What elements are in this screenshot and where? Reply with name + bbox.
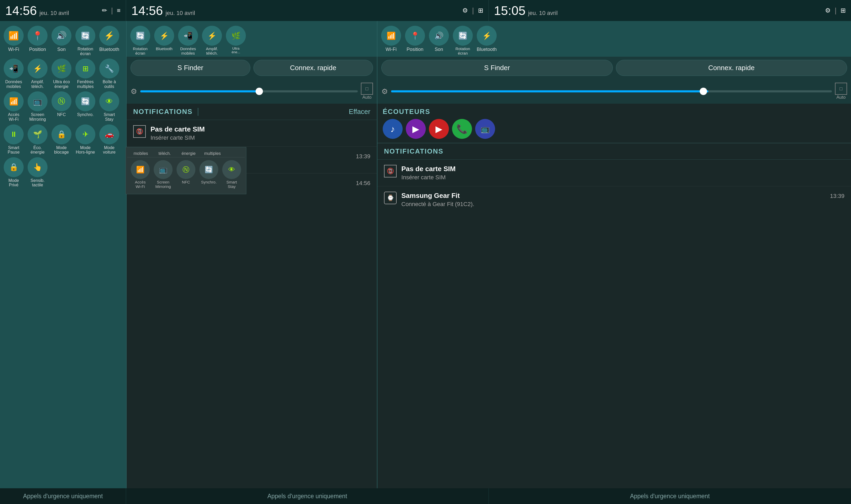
toggle-mirror-1[interactable]: 📺 ScreenMirroring bbox=[26, 91, 49, 122]
panel-3: 📶 Wi-Fi 📍 Position 🔊 Son bbox=[377, 21, 851, 488]
grid-icon-2[interactable]: ⊞ bbox=[478, 7, 483, 14]
toggle-voiture-1[interactable]: 🚗 Modevoiture bbox=[98, 124, 121, 155]
status-bar-panel-3: 15:05 jeu. 10 avril ⚙ | ⊞ bbox=[489, 0, 851, 21]
toggle-amplif-1[interactable]: ⚡ Amplif.téléch. bbox=[26, 58, 49, 89]
overlay-access-wifi[interactable]: 📶 AccèsWi-Fi bbox=[129, 160, 151, 189]
toggle-smart-stay-1[interactable]: 👁 SmartStay bbox=[98, 91, 121, 122]
bt-label-p3: Bluetooth bbox=[477, 47, 497, 52]
notif-divider-p2 bbox=[198, 108, 198, 116]
notif-title-p3: NOTIFICATIONS bbox=[384, 147, 443, 155]
overlay-label-energie: énergie bbox=[177, 151, 200, 156]
brightness-auto-p2[interactable]: □ Auto bbox=[361, 83, 373, 100]
phone-icon-p3: 📞 bbox=[457, 124, 467, 134]
eco-energie-icon-1: 🌱 bbox=[33, 130, 42, 139]
gear-icon-3[interactable]: ⚙ bbox=[825, 7, 831, 14]
smart-pause-label-1: SmartPause bbox=[7, 145, 19, 155]
toggle-position-p3[interactable]: 📍 Position bbox=[404, 26, 427, 55]
toggle-access-wifi-1[interactable]: 📶 AccèsWi-Fi bbox=[2, 91, 25, 122]
toggle-son-p3[interactable]: 🔊 Son bbox=[427, 26, 450, 55]
toggle-wifi-1[interactable]: 📶 Wi-Fi bbox=[2, 26, 25, 56]
toggle-ultrae-p2[interactable]: 🌿 Ultraéne... bbox=[224, 26, 247, 55]
toggle-data-1[interactable]: 📲 Donnéesmobiles bbox=[2, 58, 25, 89]
overlay-smart-stay[interactable]: 👁 SmartStay bbox=[220, 160, 243, 189]
divider-2: | bbox=[472, 6, 474, 15]
toggle-hors-ligne-1[interactable]: ✈ ModeHors-ligne bbox=[74, 124, 97, 155]
app-remote-p3[interactable]: 📺 bbox=[475, 119, 495, 139]
grid-icon-3[interactable]: ⊞ bbox=[840, 7, 846, 14]
toggle-son-1[interactable]: 🔊 Son bbox=[50, 26, 73, 56]
son-label-p3: Son bbox=[435, 47, 443, 52]
overlay-nfc-icon: Ⓝ bbox=[182, 165, 189, 174]
time-3: 15:05 bbox=[494, 3, 526, 18]
toggle-position-1[interactable]: 📍 Position bbox=[26, 26, 49, 56]
son-label-1: Son bbox=[57, 47, 66, 52]
brightness-fill-p3 bbox=[391, 90, 708, 92]
toggle-row-1: 📶 Wi-Fi 📍 Position 🔊 Son bbox=[0, 21, 126, 57]
ecouteurs-section-p3: ÉCOUTEURS ♪ ▶ ▶ 📞 bbox=[377, 104, 851, 143]
overlay-icon-row: 📶 AccèsWi-Fi 📺 ScreenMirroring Ⓝ NFC 🔄 bbox=[127, 158, 245, 191]
auto-box-icon: □ bbox=[366, 86, 369, 92]
emergency-label-1: Appels d'urgence uniquement bbox=[0, 488, 126, 504]
sfinder-btn-p2[interactable]: S Finder bbox=[130, 60, 250, 76]
brightness-icon-p2: ⚙ bbox=[130, 87, 137, 96]
overlay-access-wifi-icon: 📶 bbox=[136, 166, 144, 174]
overlay-sync[interactable]: 🔄 Synchro. bbox=[198, 160, 220, 189]
toggle-rotation-p3[interactable]: 🔄 Rotationécran bbox=[451, 26, 474, 55]
gear-icon-2[interactable]: ⚙ bbox=[462, 7, 468, 14]
emergency-text-2: Appels d'urgence uniquement bbox=[267, 493, 347, 500]
nfc-label-1: NFC bbox=[57, 112, 66, 117]
overlay-label-multiples: multiples bbox=[201, 151, 224, 156]
auto-label-p2: Auto bbox=[362, 95, 372, 100]
app-music-p3[interactable]: ♪ bbox=[383, 119, 403, 139]
brightness-slider-p3[interactable] bbox=[391, 90, 832, 92]
status-bar-panel-1: 14:56 jeu. 10 avril ✏ | ≡ bbox=[0, 0, 126, 21]
toggle-rotation-1[interactable]: 🔄 Rotationécran bbox=[74, 26, 97, 56]
blocage-label-1: Modeblocage bbox=[54, 145, 69, 155]
toggle-data-p2[interactable]: 📲 Donnéesmobiles bbox=[177, 26, 200, 55]
sfinder-btn-p3[interactable]: S Finder bbox=[382, 60, 613, 76]
toggle-sensib-1[interactable]: 👆 Sensib.tactile bbox=[26, 157, 49, 187]
brightness-auto-p3[interactable]: □ Auto bbox=[835, 83, 847, 100]
date-3: jeu. 10 avril bbox=[528, 10, 558, 17]
panel-2: 🔄 Rotationécran ⚡ Bluetooth 📲 Donnéesmob… bbox=[126, 21, 377, 488]
toggle-nfc-1[interactable]: Ⓝ NFC bbox=[50, 91, 73, 122]
amplif-icon-p2: ⚡ bbox=[208, 32, 217, 40]
toggle-eco-1[interactable]: 🌿 Ultra écoénergie bbox=[50, 58, 73, 89]
sim-icon-p3: 📵 bbox=[387, 168, 394, 175]
brightness-row-p3: ⚙ □ Auto bbox=[377, 79, 851, 104]
toggle-tools-1[interactable]: 🔧 Boîte à outils bbox=[98, 58, 121, 89]
tools-label-1: Boîte à outils bbox=[98, 79, 121, 89]
brightness-slider-p2[interactable] bbox=[140, 90, 358, 92]
app-phone-p3[interactable]: 📞 bbox=[452, 119, 472, 139]
overlay-nfc[interactable]: Ⓝ NFC bbox=[175, 160, 197, 189]
toggle-rotation-p2[interactable]: 🔄 Rotationécran bbox=[129, 26, 152, 55]
effacer-btn-p2[interactable]: Effacer bbox=[349, 108, 370, 116]
overlay-energie-text: énergie bbox=[181, 151, 195, 156]
hors-ligne-label-1: ModeHors-ligne bbox=[76, 145, 95, 155]
toggle-eco-energie-1[interactable]: 🌱 Éco.énergie bbox=[26, 124, 49, 155]
toggle-bt-p3[interactable]: ⚡ Bluetooth bbox=[475, 26, 498, 55]
status-bar-panel-2: 14:56 jeu. 10 avril ⚙ | ⊞ bbox=[126, 0, 489, 21]
time-1: 14:56 bbox=[5, 3, 37, 18]
toggle-smart-pause-1[interactable]: ⏸ SmartPause bbox=[2, 124, 25, 155]
connex-btn-p2[interactable]: Connex. rapide bbox=[253, 60, 373, 76]
toggle-windows-1[interactable]: ⊞ Fenêtresmultiples bbox=[74, 58, 97, 89]
connex-btn-p3[interactable]: Connex. rapide bbox=[616, 60, 847, 76]
toggle-bt-p2[interactable]: ⚡ Bluetooth bbox=[153, 26, 176, 55]
toggle-blocage-1[interactable]: 🔒 Modeblocage bbox=[50, 124, 73, 155]
pencil-icon-1: ✏ bbox=[102, 7, 107, 14]
toggle-amplif-p2[interactable]: ⚡ Amplif.téléch. bbox=[200, 26, 224, 55]
overlay-smart-stay-label: SmartStay bbox=[226, 180, 237, 189]
app-youtube-p3[interactable]: ▶ bbox=[429, 119, 449, 139]
eco-label-1: Ultra écoénergie bbox=[53, 79, 70, 89]
notif-gear-title-p3: Samsung Gear Fit bbox=[401, 192, 460, 200]
toggle-bluetooth-1[interactable]: ⚡ Bluetooth bbox=[98, 26, 121, 56]
toggle-wifi-p3[interactable]: 📶 Wi-Fi bbox=[379, 26, 403, 55]
position-icon-p3: 📍 bbox=[410, 32, 420, 40]
bt-icon-circle-1: ⚡ bbox=[99, 26, 119, 46]
toggle-row-p3: 📶 Wi-Fi 📍 Position 🔊 Son bbox=[377, 21, 851, 57]
overlay-screen-mirror[interactable]: 📺 ScreenMirroring bbox=[152, 160, 174, 189]
toggle-sync-1[interactable]: 🔄 Synchro. bbox=[74, 91, 97, 122]
app-video-p3[interactable]: ▶ bbox=[406, 119, 426, 139]
toggle-prive-1[interactable]: 🔒 ModePrivé bbox=[2, 157, 25, 187]
